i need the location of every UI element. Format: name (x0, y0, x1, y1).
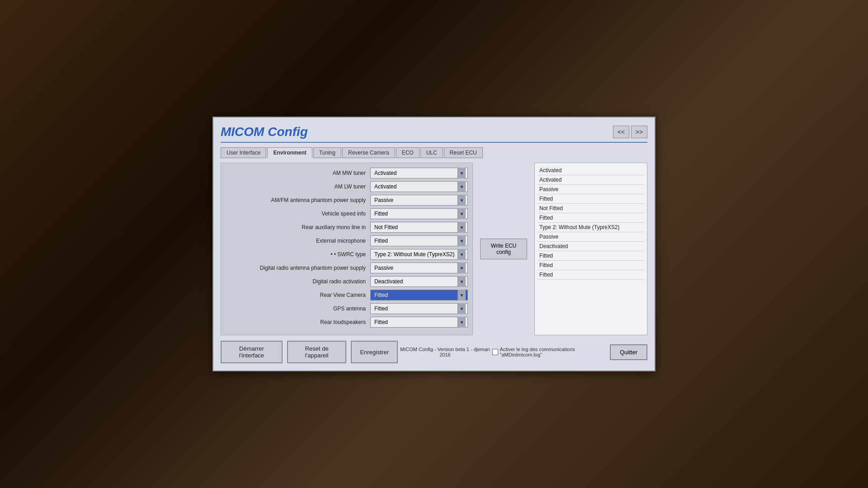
setting-select[interactable]: Activated▼ (370, 168, 468, 178)
start-interface-button[interactable]: Démarrer l'interface (221, 341, 283, 363)
setting-select[interactable]: Not Fitted▼ (370, 222, 468, 233)
select-arrow-icon[interactable]: ▼ (458, 263, 466, 273)
ecu-value-row: Activated (538, 175, 644, 185)
tab-reverse-camera[interactable]: Reverse Camera (342, 147, 395, 158)
setting-row: AM LW tunerActivated▼ (226, 181, 468, 192)
setting-label: External microphone (226, 238, 370, 244)
setting-select[interactable]: Activated▼ (370, 181, 468, 192)
ecu-value-row: Fitted (538, 194, 644, 204)
select-value: Activated (373, 183, 458, 190)
select-value: Passive (373, 197, 458, 203)
settings-panel: AM MW tunerActivated▼AM LW tunerActivate… (221, 163, 473, 335)
tab-environment[interactable]: Environment (267, 147, 312, 158)
setting-select[interactable]: Fitted▼ (370, 317, 468, 328)
select-arrow-icon[interactable]: ▼ (458, 168, 466, 178)
select-value: Fitted (373, 319, 458, 325)
setting-row: Digital radio antenna phantom power supp… (226, 263, 468, 273)
select-value: Activated (373, 170, 458, 176)
nav-buttons: << >> (613, 126, 647, 138)
setting-label: Rear loudspeakers (226, 319, 370, 325)
app-title: MICOM Config (221, 125, 308, 139)
setting-label: Digital radio antenna phantom power supp… (226, 265, 370, 271)
select-arrow-icon[interactable]: ▼ (458, 303, 466, 314)
ecu-value-row: Deactivated (538, 242, 644, 251)
select-value: Type 2: Without Mute (TypreXS2) (373, 251, 458, 258)
log-checkbox[interactable] (492, 349, 498, 355)
ecu-value-row: Activated (538, 166, 644, 175)
save-button[interactable]: Enregistrer (351, 341, 398, 363)
title-bar: MICOM Config << >> (221, 125, 647, 143)
select-arrow-icon[interactable]: ▼ (458, 317, 466, 328)
write-ecu-area: Write ECU config (476, 163, 531, 335)
setting-select[interactable]: Fitted▼ (370, 290, 468, 300)
select-arrow-icon[interactable]: ▼ (458, 208, 466, 219)
tab-ulc[interactable]: ULC (420, 147, 443, 158)
tab-reset-ecu[interactable]: Reset ECU (444, 147, 483, 158)
setting-select[interactable]: Passive▼ (370, 195, 468, 206)
setting-select[interactable]: Fitted▼ (370, 235, 468, 246)
ecu-values-panel: ActivatedActivatedPassiveFittedNot Fitte… (534, 163, 647, 335)
quit-button[interactable]: Quitter (610, 344, 647, 360)
write-ecu-button[interactable]: Write ECU config (480, 239, 527, 259)
select-arrow-icon[interactable]: ▼ (458, 222, 466, 233)
footer-left: Démarrer l'interface Reset de l'appareil… (221, 341, 398, 363)
select-arrow-icon[interactable]: ▼ (458, 235, 466, 246)
select-value: Fitted (373, 211, 458, 217)
select-value: Fitted (373, 292, 458, 298)
setting-label: Rear auxiliary mono line in (226, 224, 370, 230)
content-area: AM MW tunerActivated▼AM LW tunerActivate… (221, 163, 647, 335)
select-arrow-icon[interactable]: ▼ (458, 195, 466, 206)
main-window: MICOM Config << >> User InterfaceEnviron… (212, 117, 656, 371)
tab-tuning[interactable]: Tuning (313, 147, 341, 158)
forward-button[interactable]: >> (631, 126, 647, 138)
ecu-value-row: Passive (538, 185, 644, 194)
setting-select[interactable]: Fitted▼ (370, 303, 468, 314)
ecu-value-row: Fitted (538, 270, 644, 280)
footer-right: Activer le log des communications "aMDir… (492, 344, 647, 360)
setting-label: Digital radio activation (226, 278, 370, 285)
ecu-value-row: Fitted (538, 251, 644, 261)
tab-user-interface[interactable]: User Interface (221, 147, 266, 158)
ecu-value-row: Type 2: Without Mute (TypreXS2) (538, 223, 644, 232)
select-arrow-icon[interactable]: ▼ (458, 181, 466, 192)
select-value: Fitted (373, 305, 458, 312)
ecu-value-row: Not Fitted (538, 204, 644, 213)
log-checkbox-label[interactable]: Activer le log des communications "aMDir… (492, 347, 606, 357)
setting-row: AM/FM antenna phantom power supplyPassiv… (226, 195, 468, 206)
back-button[interactable]: << (613, 126, 629, 138)
tabs-bar: User InterfaceEnvironmentTuningReverse C… (221, 147, 647, 158)
setting-select[interactable]: Fitted▼ (370, 208, 468, 219)
setting-label: • SWRC type (226, 251, 370, 258)
ecu-value-row: Passive (538, 232, 644, 242)
setting-select[interactable]: Deactivated▼ (370, 276, 468, 287)
version-text: MICOM Config - Version beta 1 - djeman 2… (400, 347, 490, 357)
select-value: Deactivated (373, 278, 458, 285)
setting-row: GPS antennaFitted▼ (226, 303, 468, 314)
setting-row: External microphoneFitted▼ (226, 235, 468, 246)
setting-label: GPS antenna (226, 305, 370, 312)
select-value: Fitted (373, 238, 458, 244)
setting-label: Vehicle speed info (226, 211, 370, 217)
select-value: Passive (373, 265, 458, 271)
tab-eco[interactable]: ECO (396, 147, 420, 158)
setting-row: Rear loudspeakersFitted▼ (226, 317, 468, 328)
setting-label: AM LW tuner (226, 183, 370, 190)
reset-device-button[interactable]: Reset de l'appareil (287, 341, 346, 363)
select-arrow-icon[interactable]: ▼ (458, 290, 466, 300)
setting-select[interactable]: Passive▼ (370, 263, 468, 273)
setting-row: Vehicle speed infoFitted▼ (226, 208, 468, 219)
select-arrow-icon[interactable]: ▼ (458, 276, 466, 287)
setting-label: Rear View Camera (226, 292, 370, 298)
setting-row: AM MW tunerActivated▼ (226, 168, 468, 178)
setting-row: Rear View CameraFitted▼ (226, 290, 468, 300)
ecu-value-row: Fitted (538, 261, 644, 270)
setting-row: • SWRC typeType 2: Without Mute (TypreXS… (226, 249, 468, 260)
footer: Démarrer l'interface Reset de l'appareil… (221, 341, 647, 363)
select-value: Not Fitted (373, 224, 458, 230)
setting-label: AM MW tuner (226, 170, 370, 176)
footer-version: MICOM Config - Version beta 1 - djeman 2… (398, 347, 492, 357)
setting-select[interactable]: Type 2: Without Mute (TypreXS2)▼ (370, 249, 468, 260)
setting-row: Rear auxiliary mono line inNot Fitted▼ (226, 222, 468, 233)
select-arrow-icon[interactable]: ▼ (458, 249, 466, 260)
setting-label: AM/FM antenna phantom power supply (226, 197, 370, 203)
